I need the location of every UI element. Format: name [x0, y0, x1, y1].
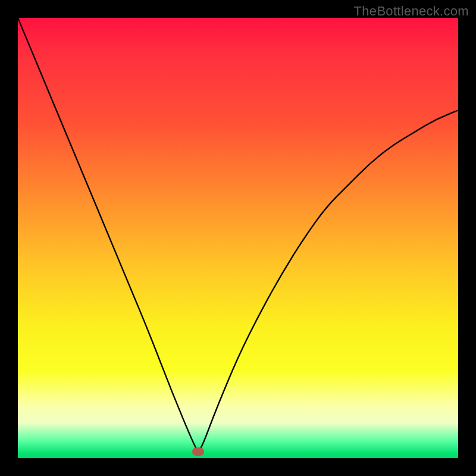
optimal-point-marker: [192, 447, 204, 456]
bottleneck-curve: [18, 18, 458, 458]
plot-area: [18, 18, 458, 458]
chart-frame: TheBottleneck.com: [0, 0, 476, 476]
watermark-text: TheBottleneck.com: [354, 4, 469, 19]
curve-path: [18, 18, 458, 450]
